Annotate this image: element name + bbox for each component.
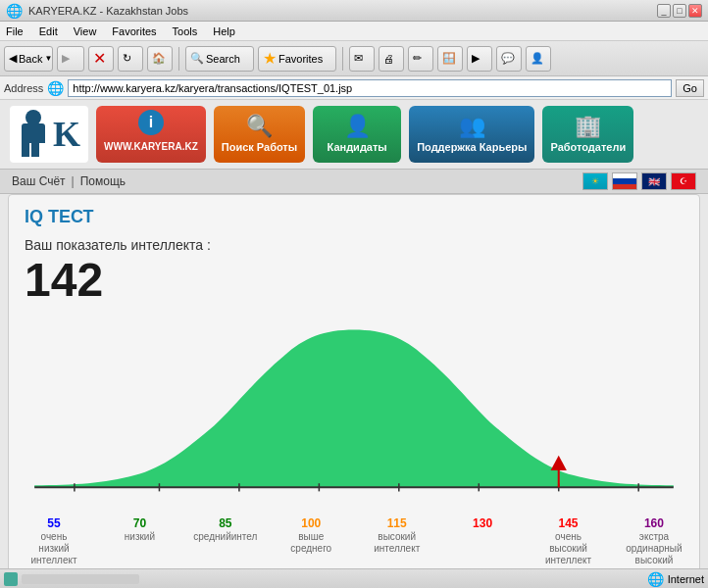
back-label: Back	[19, 53, 42, 65]
menu-file[interactable]: File	[4, 25, 25, 37]
my-account-link[interactable]: Ваш Счёт	[12, 174, 66, 188]
axis-55: 55 оченьнизкийинтеллект	[25, 516, 83, 568]
internet-icon: 🌐	[647, 571, 664, 587]
status-right: 🌐 Internet	[647, 571, 704, 587]
home-button[interactable]: 🏠	[147, 46, 173, 72]
nav-candidates[interactable]: 👤 Кандидаты	[313, 106, 401, 163]
forward-button[interactable]: ▶	[57, 46, 84, 72]
print-button[interactable]: 🖨	[379, 46, 404, 72]
flag-kz[interactable]: ☀	[582, 172, 608, 190]
axis-num-85: 85	[219, 516, 231, 530]
home-icon: 🏠	[152, 52, 166, 65]
iq-score-label: Ваш показатель интеллекта :	[25, 237, 683, 253]
favorites-button[interactable]: ★ Favorites	[258, 46, 336, 72]
menu-edit[interactable]: Edit	[37, 25, 60, 37]
axis-desc-115: высокийинтеллект	[374, 531, 420, 555]
menu-help[interactable]: Help	[211, 25, 237, 37]
job-search-icon: 🔍	[246, 114, 273, 139]
axis-desc-100: вышесреднего	[290, 531, 331, 555]
search-icon: 🔍	[190, 52, 204, 65]
address-bar: Address 🌐 Go	[0, 76, 708, 100]
axis-desc-55: оченьнизкийинтеллект	[30, 531, 76, 566]
close-button[interactable]: ✕	[688, 4, 702, 18]
axis-num-145: 145	[559, 516, 579, 530]
browser-title: KARYERA.KZ - Kazakhstan Jobs	[28, 5, 188, 17]
iq-test-title: IQ ТЕСТ	[25, 207, 683, 227]
axis-desc-70: низкий	[125, 531, 155, 543]
axis-desc-160: экстраординарныйвысокийинтеллект	[626, 531, 682, 568]
site-header: K i WWW.KARYERA.KZ 🔍 Поиск Работы 👤 Канд…	[0, 100, 708, 169]
favorites-star-icon: ★	[263, 49, 277, 68]
iq-chart: 55 оченьнизкийинтеллект 70 низкий 85 сре…	[25, 318, 683, 514]
axis-num-70: 70	[133, 516, 146, 530]
browser-controls: _ □ ✕	[657, 4, 702, 18]
nav-job-search-label: Поиск Работы	[222, 141, 297, 154]
search-button[interactable]: 🔍 Search	[185, 46, 254, 72]
stop-button[interactable]: ✕	[88, 46, 114, 72]
sub-navigation: Ваш Счёт | Помощь	[12, 174, 126, 188]
iq-score-value: 142	[25, 257, 683, 304]
media-icon: ▶	[472, 52, 480, 65]
axis-num-55: 55	[47, 516, 60, 530]
axis-160: 160 экстраординарныйвысокийинтеллект	[625, 516, 683, 568]
flag-ru[interactable]	[612, 172, 637, 190]
user-button[interactable]: 👤	[526, 46, 551, 72]
back-dropdown-icon: ▼	[44, 54, 52, 63]
sub-nav-separator: |	[72, 174, 75, 188]
browser-toolbar: ◀ Back ▼ ▶ ✕ ↻ 🏠 🔍 Search ★ Favorites ✉ …	[0, 41, 708, 76]
career-support-icon: 👥	[459, 114, 485, 139]
nav-logo-label: WWW.KARYERA.KZ	[104, 141, 198, 153]
language-flags: ☀ 🇬🇧 ☪	[582, 172, 696, 190]
browser-menubar: File Edit View Favorites Tools Help	[0, 22, 708, 41]
bell-curve-svg	[25, 318, 683, 514]
employers-icon: 🏢	[575, 114, 601, 139]
axis-85: 85 среднийинтел	[196, 516, 255, 568]
messenger-button[interactable]: 💬	[496, 46, 522, 72]
nav-logo-karyera[interactable]: i WWW.KARYERA.KZ	[96, 106, 206, 163]
search-label: Search	[206, 53, 240, 65]
axis-115: 115 высокийинтеллект	[368, 516, 427, 568]
stop-icon: ✕	[93, 49, 106, 68]
browser-titlebar: 🌐 KARYERA.KZ - Kazakhstan Jobs _ □ ✕	[0, 0, 708, 22]
refresh-icon: ↻	[123, 52, 131, 65]
nav-career-support-label: Поддержка Карьеры	[417, 141, 527, 154]
menu-view[interactable]: View	[72, 25, 99, 37]
refresh-button[interactable]: ↻	[118, 46, 143, 72]
status-bar: 🌐 Internet	[0, 568, 708, 588]
forward-arrow-icon: ▶	[62, 52, 70, 65]
iq-axis-labels: 55 оченьнизкийинтеллект 70 низкий 85 сре…	[25, 516, 683, 568]
toolbar-separator-1	[178, 47, 179, 71]
progress-bar	[22, 574, 139, 584]
flag-gb[interactable]: 🇬🇧	[641, 172, 667, 190]
menu-tools[interactable]: Tools	[171, 25, 200, 37]
edit-button[interactable]: ✏	[408, 46, 433, 72]
back-arrow-icon: ◀	[9, 52, 17, 65]
nav-job-search[interactable]: 🔍 Поиск Работы	[214, 106, 305, 163]
axis-num-115: 115	[387, 516, 407, 530]
flag-tr[interactable]: ☪	[671, 172, 696, 190]
help-link[interactable]: Помощь	[80, 174, 126, 188]
maximize-button[interactable]: □	[673, 4, 686, 18]
window-icon: 🪟	[442, 52, 456, 65]
go-button[interactable]: Go	[676, 79, 704, 97]
back-button[interactable]: ◀ Back ▼	[4, 46, 53, 72]
page-content: K i WWW.KARYERA.KZ 🔍 Поиск Работы 👤 Канд…	[0, 100, 708, 568]
axis-70: 70 низкий	[110, 516, 169, 568]
window-button[interactable]: 🪟	[437, 46, 463, 72]
nav-employers-label: Работодатели	[550, 141, 626, 154]
minimize-button[interactable]: _	[657, 4, 671, 18]
axis-100: 100 вышесреднего	[281, 516, 340, 568]
media-button[interactable]: ▶	[467, 46, 492, 72]
site-logo[interactable]: K	[10, 106, 88, 163]
sub-header: Ваш Счёт | Помощь ☀ 🇬🇧 ☪	[0, 169, 708, 194]
start-icon	[4, 572, 18, 586]
mail-button[interactable]: ✉	[349, 46, 375, 72]
status-left	[4, 572, 139, 586]
edit-icon: ✏	[413, 52, 422, 65]
address-input[interactable]	[68, 79, 672, 97]
menu-favorites[interactable]: Favorites	[110, 25, 158, 37]
axis-desc-145: оченьвысокийинтеллект	[545, 531, 591, 566]
favorites-label: Favorites	[278, 53, 323, 65]
nav-employers[interactable]: 🏢 Работодатели	[542, 106, 633, 163]
nav-career-support[interactable]: 👥 Поддержка Карьеры	[409, 106, 534, 163]
